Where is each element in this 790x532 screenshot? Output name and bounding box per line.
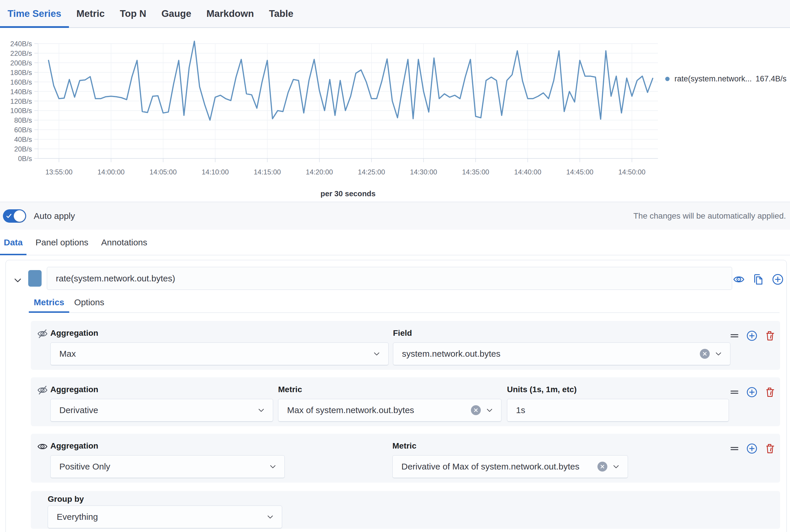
metric-row-derivative: Aggregation Derivative Metric Max of sys… [31,377,780,426]
tab-metric-label: Metric [76,8,105,19]
svg-text:60B/s: 60B/s [14,126,32,134]
auto-apply-note: The changes will be automatically applie… [633,211,786,221]
series-editor-panel: Metrics Options Aggregation Max Field sy… [5,260,787,532]
add-metric-icon[interactable] [746,330,757,341]
drag-handle-icon[interactable] [730,389,739,395]
aggregation-select[interactable]: Positive Only [50,455,285,478]
svg-text:20B/s: 20B/s [14,145,32,153]
tab-data-label: Data [4,238,23,247]
field-combobox[interactable]: system.network.out.bytes [393,342,730,365]
metric-combobox[interactable]: Derivative of Max of system.network.out.… [392,455,628,478]
series-tabs: Metrics Options [29,296,779,313]
tab-markdown-label: Markdown [206,8,254,19]
aggregation-field: Aggregation Max [50,328,389,365]
svg-text:120B/s: 120B/s [10,97,32,105]
tab-top-n[interactable]: Top N [112,0,154,27]
metric-row-actions [730,387,775,398]
units-label: Units (1s, 1m, etc) [507,385,729,394]
clone-icon[interactable] [752,273,764,285]
aggregation-field: Aggregation Derivative [50,385,273,421]
tab-options[interactable]: Options [69,296,109,312]
auto-apply-label: Auto apply [34,211,75,221]
add-metric-icon[interactable] [746,443,757,454]
group-by-label: Group by [48,494,84,504]
svg-text:14:00:00: 14:00:00 [97,168,125,176]
series-color-swatch[interactable] [28,270,42,287]
svg-text:14:40:00: 14:40:00 [514,168,541,176]
metric-row-actions [730,443,775,454]
aggregation-label: Aggregation [50,385,273,394]
field-label: Field [393,328,730,338]
add-series-icon[interactable] [772,273,784,285]
chevron-down-icon[interactable] [714,350,722,358]
drag-handle-icon[interactable] [730,332,739,339]
series-label-input[interactable] [47,267,732,290]
group-by-select[interactable]: Everything [48,506,282,528]
aggregation-select[interactable]: Derivative [50,399,273,421]
eye-icon[interactable] [733,273,745,285]
clear-icon[interactable] [700,349,710,359]
trash-icon[interactable] [765,443,775,454]
metric-row-max: Aggregation Max Field system.network.out… [31,321,780,370]
legend-series-dot [665,77,669,81]
tab-markdown[interactable]: Markdown [199,0,261,27]
svg-text:0B/s: 0B/s [18,155,32,163]
aggregation-select[interactable]: Max [50,342,389,365]
tab-annotations-label: Annotations [101,238,147,247]
chevron-down-icon [257,406,265,414]
tab-gauge-label: Gauge [162,8,191,19]
auto-apply-toggle[interactable] [3,209,26,223]
tab-panel-options-label: Panel options [36,238,88,247]
toggle-knob [14,210,25,222]
metric-row-actions [730,330,775,341]
chevron-down-icon [266,513,274,521]
tab-gauge[interactable]: Gauge [154,0,199,27]
tab-data[interactable]: Data [0,230,26,255]
tab-metrics[interactable]: Metrics [29,296,69,312]
series-actions [733,273,784,285]
metric-label: Metric [392,441,628,451]
add-metric-icon[interactable] [746,387,757,398]
svg-text:14:20:00: 14:20:00 [306,168,333,176]
svg-text:14:30:00: 14:30:00 [410,168,437,176]
metric-value: Derivative of Max of system.network.out.… [401,462,580,472]
metric-field: Metric Derivative of Max of system.netwo… [392,441,628,478]
svg-text:14:45:00: 14:45:00 [566,168,593,176]
aggregation-field: Aggregation Positive Only [50,441,285,478]
chevron-down-icon [269,462,277,471]
panel-type-tabs: Time Series Metric Top N Gauge Markdown … [0,0,790,28]
eye-closed-icon [37,328,48,339]
chevron-down-icon[interactable] [13,275,23,285]
check-icon [5,212,13,220]
tab-panel-options[interactable]: Panel options [32,230,92,255]
units-input[interactable] [507,399,729,421]
chevron-down-icon[interactable] [612,462,620,471]
aggregation-value: Max [59,349,76,359]
group-by-value: Everything [57,512,98,522]
metric-field: Metric Max of system.network.out.bytes [278,385,501,421]
trash-icon[interactable] [765,330,775,341]
metric-combobox[interactable]: Max of system.network.out.bytes [278,399,501,421]
svg-text:180B/s: 180B/s [10,69,32,76]
trash-icon[interactable] [765,387,775,398]
drag-handle-icon[interactable] [730,445,739,452]
tab-time-series[interactable]: Time Series [0,0,69,27]
svg-text:14:10:00: 14:10:00 [202,168,228,176]
chevron-down-icon[interactable] [485,406,494,414]
tab-time-series-label: Time Series [7,8,61,19]
svg-text:160B/s: 160B/s [10,78,32,86]
tab-options-label: Options [74,298,104,307]
clear-icon[interactable] [471,405,481,415]
tab-annotations[interactable]: Annotations [97,230,151,255]
chevron-down-icon [373,350,381,358]
tab-table[interactable]: Table [261,0,301,27]
svg-text:14:35:00: 14:35:00 [462,168,489,176]
aggregation-label: Aggregation [50,328,389,338]
chart-svg: 0B/s20B/s40B/s60B/s80B/s100B/s120B/s140B… [0,28,790,202]
chart-legend-item[interactable]: rate(system.network... 167.4B/s [665,74,787,83]
clear-icon[interactable] [598,462,607,472]
legend-series-label: rate(system.network... [675,74,752,83]
svg-text:14:25:00: 14:25:00 [358,168,385,176]
aggregation-label: Aggregation [50,441,285,451]
tab-metric[interactable]: Metric [69,0,112,27]
